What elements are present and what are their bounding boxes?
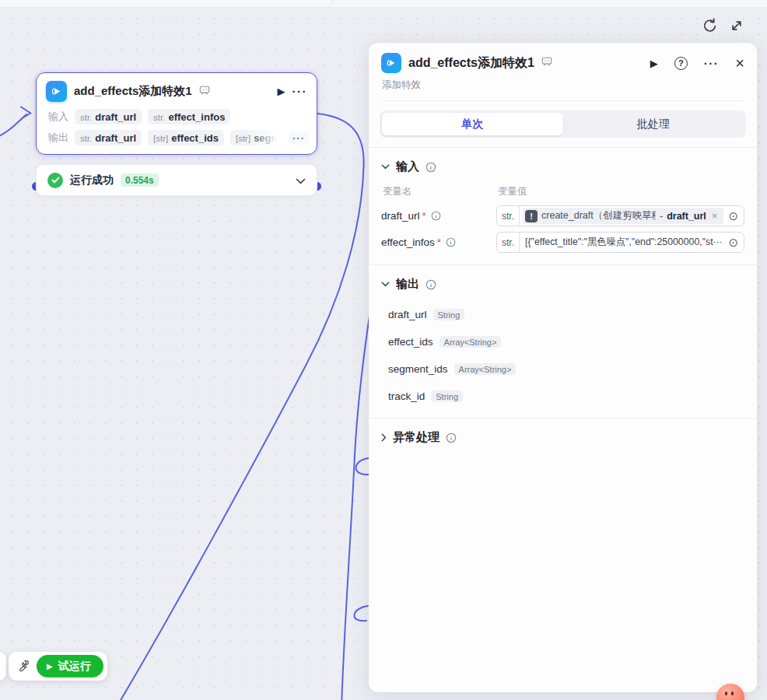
info-icon[interactable] (446, 432, 457, 443)
column-headers: 变量名 变量值 (383, 185, 744, 198)
success-check-icon (47, 173, 63, 188)
info-icon[interactable] (426, 279, 436, 290)
warning-icon: ! (525, 210, 538, 222)
panel-body: 输入 变量名 变量值 draft_url* str. ! create_draf… (369, 148, 757, 692)
chevron-right-icon (381, 433, 387, 442)
exception-section-header[interactable]: 异常处理 (381, 430, 744, 445)
select-reference-icon[interactable]: ⊙ (726, 236, 744, 250)
remove-reference-icon[interactable]: × (710, 210, 720, 222)
comment-icon (199, 85, 210, 99)
panel-title: add_effects添加特效1 (408, 55, 534, 72)
output-item: effect_ids Array<String> (388, 336, 744, 348)
node-app-icon (46, 81, 67, 102)
panel-subtitle: 添加特效 (382, 79, 744, 92)
info-icon[interactable] (426, 162, 436, 173)
node-app-icon (381, 53, 401, 73)
chevron-down-icon[interactable] (296, 173, 306, 187)
panel-header: add_effects添加特效1 ▶ ? ··· × 添加特效 (369, 43, 757, 101)
node-output-row: 输出 str. draft_url [str] effect_ids [str]… (48, 130, 309, 145)
top-strip-left (0, 0, 333, 8)
help-icon[interactable]: ? (674, 57, 688, 70)
param-name: draft_url (381, 210, 420, 222)
input-section-header[interactable]: 输入 (381, 159, 744, 174)
wrench-icon[interactable] (17, 660, 30, 673)
select-reference-icon[interactable]: ⊙ (726, 209, 744, 223)
type-badge: String (431, 390, 463, 402)
run-mode-tabs: 单次 批处理 (369, 101, 757, 148)
param-tag: str. effect_infos (148, 109, 230, 124)
output-section-header[interactable]: 输出 (381, 277, 744, 292)
info-icon[interactable] (431, 211, 441, 221)
close-icon[interactable]: × (735, 55, 744, 71)
wire-behind-panel (341, 305, 371, 700)
wire-incoming-arrowhead (21, 107, 31, 119)
wire-incoming (0, 114, 26, 138)
run-status-text: 运行成功 (70, 173, 114, 187)
node-detail-panel: add_effects添加特效1 ▶ ? ··· × 添加特效 (369, 43, 757, 692)
canvas-toolbar (700, 17, 745, 34)
run-status-card[interactable]: 运行成功 0.554s (36, 164, 317, 196)
type-badge: String (433, 309, 465, 320)
type-selector[interactable]: str. (497, 206, 520, 226)
chevron-down-icon (381, 164, 390, 170)
bottom-toolbar: ▶ 试运行 (9, 652, 107, 681)
wire-hop-arc-2 (354, 606, 368, 621)
param-name: effect_infos (381, 236, 435, 248)
value-input-effect-infos[interactable]: str. [{"effect_title":"黑色噪点","end":25000… (496, 232, 744, 253)
tab-batch-run[interactable]: 批处理 (563, 113, 744, 135)
tab-single-run[interactable]: 单次 (382, 113, 563, 135)
test-run-button[interactable]: ▶ 试运行 (37, 655, 103, 677)
wire-hop-arc-1 (356, 458, 369, 474)
output-item: track_id String (388, 390, 744, 402)
input-row-effect-infos: effect_infos* str. [{"effect_title":"黑色噪… (381, 232, 744, 253)
node-more-button[interactable]: ··· (292, 85, 308, 98)
param-tag-truncated: [str] segment_ids (230, 130, 282, 145)
refresh-icon[interactable] (700, 17, 717, 34)
run-duration-badge: 0.554s (121, 173, 159, 187)
param-tag: str. draft_url (75, 130, 142, 145)
node-input-row: 输入 str. draft_url str. effect_infos (48, 109, 309, 124)
node-tags-more-button[interactable]: ··· (289, 131, 309, 145)
type-badge: Array<String> (454, 363, 517, 375)
input-row-draft-url: draft_url* str. ! create_draft（创建剪映草稿） -… (381, 205, 744, 226)
info-icon[interactable] (446, 237, 456, 247)
value-input-draft-url[interactable]: str. ! create_draft（创建剪映草稿） - draft_url … (496, 205, 744, 226)
wire-outgoing (115, 114, 364, 700)
type-badge: Array<String> (440, 336, 502, 348)
param-tag: str. draft_url (75, 109, 142, 124)
panel-more-button[interactable]: ··· (704, 57, 720, 70)
edge-toolbar-stub[interactable] (0, 652, 6, 681)
top-strip (0, 0, 767, 8)
node-run-button[interactable]: ▶ (278, 86, 285, 97)
type-selector[interactable]: str. (497, 233, 520, 252)
node-title: add_effects添加特效1 (74, 84, 192, 99)
play-icon: ▶ (47, 662, 53, 670)
workflow-editor: add_effects添加特效1 ▶ ··· 输入 s (0, 0, 767, 700)
node-add-effects[interactable]: add_effects添加特效1 ▶ ··· 输入 s (36, 72, 317, 155)
comment-icon (541, 56, 552, 70)
chevron-down-icon (381, 282, 390, 287)
expand-icon[interactable] (728, 17, 745, 34)
param-tag: [str] effect_ids (148, 130, 224, 145)
value-text: [{"effect_title":"黑色噪点","end":25000000,"… (520, 236, 726, 249)
output-item: segment_ids Array<String> (388, 363, 744, 375)
output-item: draft_url String (388, 309, 744, 320)
reference-pill[interactable]: ! create_draft（创建剪映草稿） - draft_url × (523, 208, 723, 224)
panel-run-button[interactable]: ▶ (650, 58, 658, 69)
